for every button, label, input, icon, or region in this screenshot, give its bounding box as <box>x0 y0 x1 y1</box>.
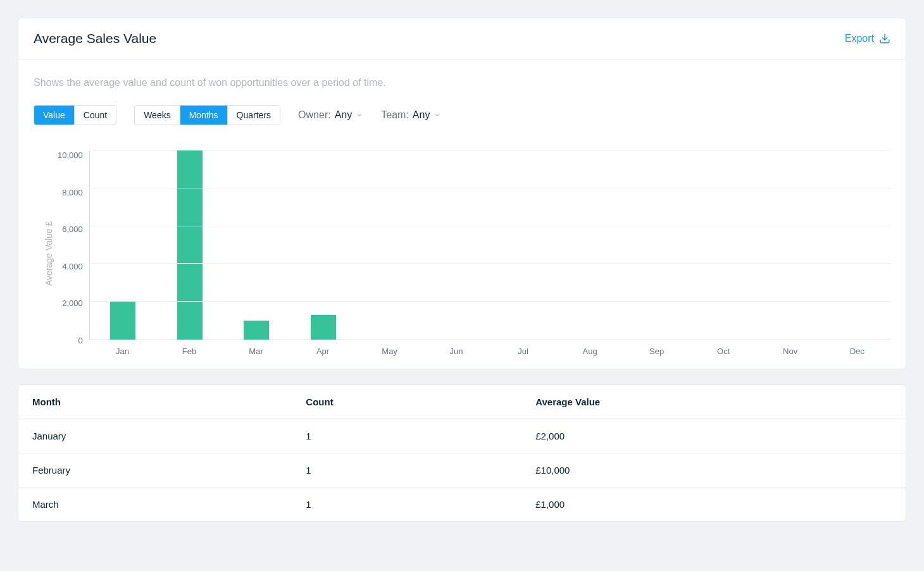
bar-slot <box>357 150 423 340</box>
col-avg: Average Value <box>521 385 906 419</box>
bar-slot <box>223 150 290 340</box>
gridline <box>90 226 890 226</box>
cell-month: January <box>18 419 292 453</box>
period-option-months[interactable]: Months <box>180 106 228 125</box>
period-toggle: WeeksMonthsQuarters <box>134 105 280 125</box>
y-tick-label: 4,000 <box>62 262 83 271</box>
chevron-down-icon <box>434 111 441 119</box>
bar-slot <box>423 150 490 340</box>
x-tick-label: Nov <box>757 347 824 356</box>
plot-area <box>89 150 890 340</box>
y-tick-label: 2,000 <box>62 298 83 308</box>
page-title: Average Sales Value <box>34 31 156 46</box>
cell-avg: £1,000 <box>521 488 906 522</box>
bar-slot <box>623 150 690 340</box>
card-header: Average Sales Value Export <box>18 18 906 59</box>
gridline <box>90 263 890 264</box>
export-button[interactable]: Export <box>845 33 890 44</box>
bar-slot <box>290 150 356 340</box>
x-axis-ticks: JanFebMarAprMayJunJulAugSepOctNovDec <box>89 347 890 356</box>
bar-slot <box>490 150 556 340</box>
cell-month: February <box>18 453 292 488</box>
team-filter-value: Any <box>413 109 430 121</box>
team-filter[interactable]: Team: Any <box>381 109 441 121</box>
y-tick-label: 10,000 <box>58 150 83 160</box>
x-tick-label: Aug <box>556 347 623 356</box>
period-option-weeks[interactable]: Weeks <box>135 106 180 125</box>
cell-avg: £2,000 <box>521 419 906 453</box>
bar-slot <box>90 150 156 340</box>
x-tick-label: Jan <box>89 347 156 356</box>
cell-avg: £10,000 <box>521 453 906 488</box>
col-count: Count <box>292 385 521 419</box>
cell-count: 1 <box>292 453 521 488</box>
col-month: Month <box>18 385 292 419</box>
card-body: Shows the average value and count of won… <box>18 59 906 369</box>
gridline <box>90 301 890 302</box>
table-row: March1£1,000 <box>18 488 906 522</box>
bar-slot <box>757 150 823 340</box>
bar-slot <box>557 150 623 340</box>
bar-slot <box>824 150 890 340</box>
x-tick-label: Oct <box>690 347 757 356</box>
y-tick-label: 6,000 <box>62 224 83 234</box>
cell-count: 1 <box>292 488 521 522</box>
bar-apr[interactable] <box>311 315 336 340</box>
y-axis-ticks: 10,0008,0006,0004,0002,0000 <box>58 150 89 345</box>
cell-month: March <box>18 488 292 522</box>
y-tick-label: 8,000 <box>62 188 83 197</box>
report-description: Shows the average value and count of won… <box>34 77 890 89</box>
metric-toggle: ValueCount <box>34 105 116 125</box>
y-axis-label: Average Value £ <box>40 150 58 356</box>
metric-option-value[interactable]: Value <box>34 106 75 125</box>
bar-jan[interactable] <box>110 302 135 340</box>
report-card: Average Sales Value Export Shows the ave… <box>18 18 906 369</box>
table-row: January1£2,000 <box>18 419 906 453</box>
download-icon <box>879 33 890 44</box>
bar-slot <box>156 150 223 340</box>
bar-slot <box>690 150 757 340</box>
data-table: Month Count Average Value January1£2,000… <box>18 385 906 521</box>
period-option-quarters[interactable]: Quarters <box>228 106 280 125</box>
controls-row: ValueCount WeeksMonthsQuarters Owner: An… <box>34 105 890 125</box>
export-label: Export <box>845 33 874 44</box>
x-tick-label: Mar <box>223 347 290 356</box>
owner-filter-label: Owner: <box>298 109 331 121</box>
x-tick-label: Dec <box>823 347 890 356</box>
x-tick-label: May <box>356 347 423 356</box>
metric-option-count[interactable]: Count <box>75 106 116 125</box>
bar-feb[interactable] <box>177 150 203 340</box>
x-tick-label: Apr <box>289 347 356 356</box>
owner-filter[interactable]: Owner: Any <box>298 109 363 121</box>
x-tick-label: Jun <box>423 347 490 356</box>
team-filter-label: Team: <box>381 109 409 121</box>
chart: Average Value £ 10,0008,0006,0004,0002,0… <box>34 150 890 356</box>
cell-count: 1 <box>292 419 521 453</box>
y-tick-label: 0 <box>78 336 83 345</box>
x-tick-label: Feb <box>156 347 223 356</box>
table-row: February1£10,000 <box>18 453 906 488</box>
table-header-row: Month Count Average Value <box>18 385 906 419</box>
chart-plot: JanFebMarAprMayJunJulAugSepOctNovDec <box>89 150 890 356</box>
bar-mar[interactable] <box>244 321 269 340</box>
gridline <box>90 150 890 150</box>
chevron-down-icon <box>356 111 363 119</box>
x-tick-label: Jul <box>490 347 557 356</box>
bars-container <box>90 150 890 340</box>
data-table-card: Month Count Average Value January1£2,000… <box>18 384 906 522</box>
x-tick-label: Sep <box>623 347 690 356</box>
gridline <box>90 188 890 188</box>
owner-filter-value: Any <box>335 109 353 121</box>
